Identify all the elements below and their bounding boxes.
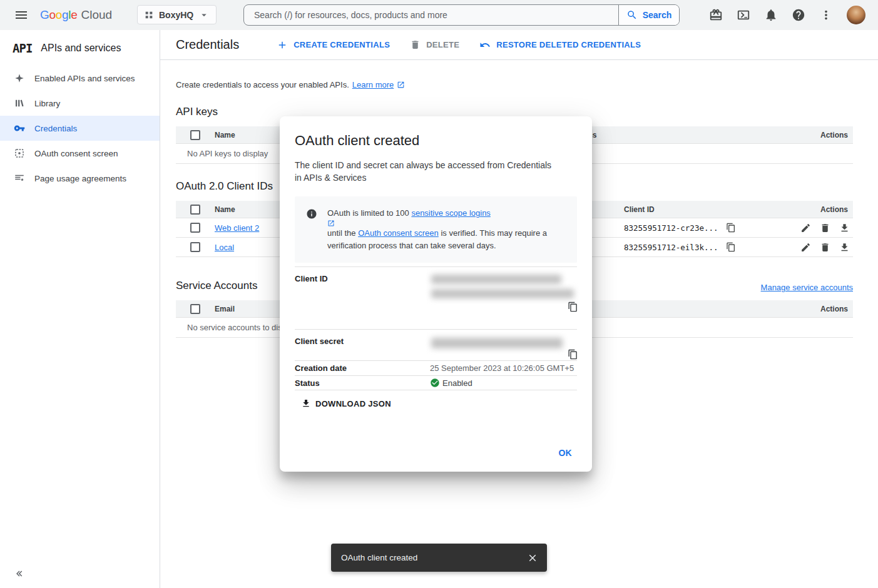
help-icon[interactable]: [792, 8, 805, 22]
search-icon: [626, 9, 638, 21]
gift-icon[interactable]: [709, 8, 723, 22]
select-all-checkbox[interactable]: [190, 304, 200, 314]
agreements-icon: [14, 173, 25, 184]
snackbar-message: OAuth client created: [341, 553, 527, 562]
column-header-name: Name: [215, 131, 235, 139]
copy-client-id-icon[interactable]: [726, 242, 736, 252]
column-header-client-id: Client ID: [624, 205, 655, 214]
client-name-link[interactable]: Web client 2: [215, 223, 259, 233]
edit-icon[interactable]: [800, 242, 811, 253]
copy-client-secret-icon[interactable]: [568, 349, 578, 360]
sidebar-item-label: OAuth consent screen: [34, 149, 118, 158]
collapse-sidebar-icon[interactable]: [13, 568, 24, 579]
user-avatar[interactable]: [847, 6, 865, 24]
delete-icon[interactable]: [820, 242, 830, 253]
snackbar-close-icon[interactable]: [527, 552, 538, 564]
download-json-button[interactable]: DOWNLOAD JSON: [301, 398, 391, 408]
status-enabled-icon: [430, 378, 440, 388]
oauth-client-created-dialog: OAuth client created The client ID and s…: [280, 116, 592, 472]
logo-letter: o: [56, 8, 62, 22]
restore-deleted-credentials-button[interactable]: RESTORE DELETED CREDENTIALS: [479, 39, 641, 51]
row-checkbox[interactable]: [190, 223, 200, 233]
manage-service-accounts-link[interactable]: Manage service accounts: [761, 283, 853, 292]
notifications-bell-icon[interactable]: [764, 8, 778, 22]
sidebar-item-label: Library: [34, 99, 60, 108]
row-actions: [800, 242, 853, 253]
search-bar: Search: [243, 4, 680, 26]
logo-letter: g: [62, 8, 68, 22]
sidebar: API APIs and services Enabled APIs and s…: [0, 30, 160, 588]
dialog-description: The client ID and secret can always be a…: [280, 149, 574, 184]
row-checkbox[interactable]: [190, 242, 200, 252]
sidebar-item-credentials[interactable]: Credentials: [0, 116, 160, 141]
delete-icon[interactable]: [820, 223, 830, 233]
notice-text: OAuth is limited to 100 sensitive scope …: [327, 207, 559, 252]
plus-icon: [277, 39, 288, 51]
client-id-value: 83255951712-eil3k...: [624, 243, 718, 252]
client-id-value-area: [430, 274, 577, 329]
select-all-checkbox[interactable]: [190, 130, 200, 140]
create-credentials-button[interactable]: CREATE CREDENTIALS: [277, 39, 390, 51]
status-value: Enabled: [442, 378, 472, 388]
cloud-shell-icon[interactable]: [737, 8, 750, 22]
logo-letter: o: [49, 8, 55, 22]
project-icon: [144, 10, 154, 20]
enabled-apis-icon: [14, 73, 25, 84]
copy-client-id-icon[interactable]: [726, 223, 736, 233]
client-secret-redacted: [431, 338, 563, 348]
oauth-consent-icon: [14, 148, 25, 159]
sidebar-item-page-usage-agreements[interactable]: Page usage agreements: [0, 166, 160, 191]
client-name-link[interactable]: Local: [215, 243, 234, 252]
search-button-label: Search: [643, 10, 672, 20]
main-menu-icon[interactable]: [14, 8, 29, 23]
trash-icon: [410, 39, 421, 50]
search-input[interactable]: [244, 5, 618, 25]
logo-letter: G: [40, 8, 49, 22]
client-secret-row: Client secret: [295, 329, 577, 360]
sidebar-item-enabled-apis[interactable]: Enabled APIs and services: [0, 66, 160, 91]
learn-more-link[interactable]: Learn more: [352, 80, 394, 89]
client-id-cell: 83255951712-cr23e...: [624, 223, 736, 233]
project-selector[interactable]: BoxyHQ: [137, 5, 217, 24]
logo-cloud-text: Cloud: [81, 8, 113, 22]
download-icon[interactable]: [839, 223, 850, 233]
sensitive-scope-logins-link[interactable]: sensitive scope logins: [411, 208, 490, 218]
column-header-actions: Actions: [820, 131, 853, 139]
edit-icon[interactable]: [800, 223, 811, 233]
page-header: Credentials CREATE CREDENTIALS DELETE RE…: [160, 30, 878, 60]
key-icon: [14, 123, 25, 134]
client-id-value: 83255951712-cr23e...: [624, 223, 718, 233]
sidebar-item-library[interactable]: Library: [0, 91, 160, 116]
oauth-consent-screen-link[interactable]: OAuth consent screen: [358, 228, 439, 238]
external-link-icon: [397, 81, 405, 89]
google-cloud-logo[interactable]: Google Cloud: [40, 8, 112, 22]
restore-icon: [479, 39, 491, 51]
restore-label: RESTORE DELETED CREDENTIALS: [496, 40, 641, 49]
sidebar-item-label: Enabled APIs and services: [34, 74, 135, 83]
dialog-fields: Client ID Client secret Creation date 25…: [295, 266, 577, 390]
row-actions: [800, 223, 853, 233]
sidebar-header: API APIs and services: [0, 30, 160, 66]
intro-sentence: Create credentials to access your enable…: [176, 80, 349, 89]
service-accounts-heading: Service Accounts: [176, 280, 257, 292]
column-header-email: Email: [215, 305, 235, 313]
delete-button[interactable]: DELETE: [410, 39, 459, 50]
client-secret-label: Client secret: [295, 337, 430, 360]
api-logo-glyph: API: [13, 41, 32, 55]
sidebar-item-oauth-consent[interactable]: OAuth consent screen: [0, 141, 160, 166]
download-icon[interactable]: [839, 242, 850, 253]
top-app-bar: Google Cloud BoxyHQ Search: [0, 0, 878, 30]
library-icon: [14, 98, 25, 109]
create-credentials-label: CREATE CREDENTIALS: [294, 40, 390, 49]
copy-client-id-icon[interactable]: [568, 302, 578, 312]
more-options-icon[interactable]: [819, 8, 833, 22]
search-button[interactable]: Search: [618, 5, 679, 25]
download-json-label: DOWNLOAD JSON: [315, 399, 391, 408]
empty-state-text: No API keys to display: [187, 149, 268, 158]
client-id-label: Client ID: [295, 274, 430, 329]
intro-text: Create credentials to access your enable…: [176, 80, 853, 89]
oauth-limit-notice: OAuth is limited to 100 sensitive scope …: [295, 196, 577, 263]
ok-button[interactable]: OK: [553, 444, 577, 462]
column-header-actions: Actions: [820, 205, 853, 214]
select-all-checkbox[interactable]: [190, 205, 200, 215]
